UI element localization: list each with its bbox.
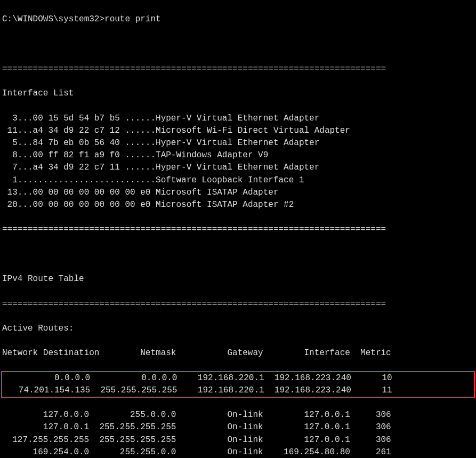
route-row: 127.255.255.255255.255.255.255On-link127… bbox=[2, 434, 474, 446]
route-interface: 127.0.0.1 bbox=[263, 434, 350, 446]
interface-entry: 13...00 00 00 00 00 00 00 e0 Microsoft I… bbox=[2, 187, 474, 199]
active-routes-title: Active Routes: bbox=[2, 323, 474, 335]
divider-line: ========================================… bbox=[2, 223, 474, 236]
route-destination: 127.0.0.1 bbox=[2, 421, 89, 433]
route-destination: 0.0.0.0 bbox=[3, 372, 90, 384]
route-destination: 169.254.0.0 bbox=[2, 446, 89, 458]
interface-entry: 20...00 00 00 00 00 00 00 e0 Microsoft I… bbox=[2, 199, 474, 211]
route-gateway: On-link bbox=[176, 409, 263, 421]
route-interface: 192.168.223.240 bbox=[264, 384, 351, 397]
route-netmask: 0.0.0.0 bbox=[90, 372, 177, 384]
route-interface: 192.168.223.240 bbox=[264, 372, 351, 384]
route-row: 127.0.0.1255.255.255.255On-link127.0.0.1… bbox=[2, 421, 474, 433]
prompt-text: C:\WINDOWS\system32> bbox=[2, 14, 104, 24]
blank-line bbox=[2, 248, 474, 261]
interface-entry: 3...00 15 5d 54 b7 b5 ......Hyper-V Virt… bbox=[2, 113, 474, 125]
route-destination: 74.201.154.135 bbox=[3, 384, 90, 397]
route-metric: 11 bbox=[351, 384, 392, 397]
command-line: C:\WINDOWS\system32>route print bbox=[2, 13, 474, 26]
route-interface: 127.0.0.1 bbox=[263, 421, 350, 433]
route-table-header: Network DestinationNetmaskGatewayInterfa… bbox=[2, 347, 474, 359]
route-gateway: On-link bbox=[176, 434, 263, 446]
interface-entry: 5...84 7b eb 0b 56 40 ......Hyper-V Virt… bbox=[2, 137, 474, 149]
route-netmask: 255.255.255.255 bbox=[90, 384, 177, 397]
header-metric: Metric bbox=[350, 347, 391, 359]
route-metric: 10 bbox=[351, 372, 392, 384]
route-interface: 127.0.0.1 bbox=[263, 409, 350, 421]
interface-entry: 7...a4 34 d9 22 c7 11 ......Hyper-V Virt… bbox=[2, 162, 474, 174]
interface-list-title: Interface List bbox=[2, 87, 474, 100]
route-row: 169.254.0.0255.255.0.0On-link169.254.80.… bbox=[2, 446, 474, 458]
route-metric: 306 bbox=[350, 434, 391, 446]
route-row: 0.0.0.00.0.0.0192.168.220.1192.168.223.2… bbox=[3, 372, 473, 384]
route-gateway: 192.168.220.1 bbox=[177, 372, 264, 384]
route-destination: 127.0.0.0 bbox=[2, 409, 89, 421]
route-metric: 261 bbox=[350, 446, 391, 458]
route-gateway: 192.168.220.1 bbox=[177, 384, 264, 397]
header-netmask: Netmask bbox=[99, 347, 176, 359]
route-gateway: On-link bbox=[176, 446, 263, 458]
divider-line: ========================================… bbox=[2, 63, 474, 75]
interface-list: 3...00 15 5d 54 b7 b5 ......Hyper-V Virt… bbox=[2, 113, 474, 212]
typed-command: route print bbox=[104, 14, 161, 24]
route-row: 74.201.154.135255.255.255.255192.168.220… bbox=[3, 384, 473, 397]
interface-entry: 1...........................Software Loo… bbox=[2, 174, 474, 187]
route-row: 127.0.0.0255.0.0.0On-link127.0.0.1306 bbox=[2, 409, 474, 421]
blank-line bbox=[2, 38, 474, 51]
header-gateway: Gateway bbox=[176, 347, 263, 359]
route-netmask: 255.255.255.255 bbox=[89, 434, 176, 446]
route-netmask: 255.255.255.255 bbox=[89, 421, 176, 433]
route-destination: 127.255.255.255 bbox=[2, 434, 89, 446]
interface-entry: 11...a4 34 d9 22 c7 12 ......Microsoft W… bbox=[2, 125, 474, 137]
route-table-body: 127.0.0.0255.0.0.0On-link127.0.0.1306127… bbox=[2, 409, 474, 458]
highlighted-routes-box: 0.0.0.00.0.0.0192.168.220.1192.168.223.2… bbox=[1, 371, 475, 398]
header-destination: Network Destination bbox=[2, 347, 99, 359]
ipv4-route-table-title: IPv4 Route Table bbox=[2, 273, 474, 285]
route-netmask: 255.0.0.0 bbox=[89, 409, 176, 421]
terminal-output: C:\WINDOWS\system32>route print ========… bbox=[0, 0, 476, 458]
route-gateway: On-link bbox=[176, 421, 263, 433]
header-interface: Interface bbox=[263, 347, 350, 359]
route-netmask: 255.255.0.0 bbox=[89, 446, 176, 458]
route-interface: 169.254.80.80 bbox=[263, 446, 350, 458]
route-metric: 306 bbox=[350, 409, 391, 421]
route-metric: 306 bbox=[350, 421, 391, 433]
divider-line: ========================================… bbox=[2, 298, 474, 310]
interface-entry: 8...00 ff 82 f1 a9 f0 ......TAP-Windows … bbox=[2, 149, 474, 162]
